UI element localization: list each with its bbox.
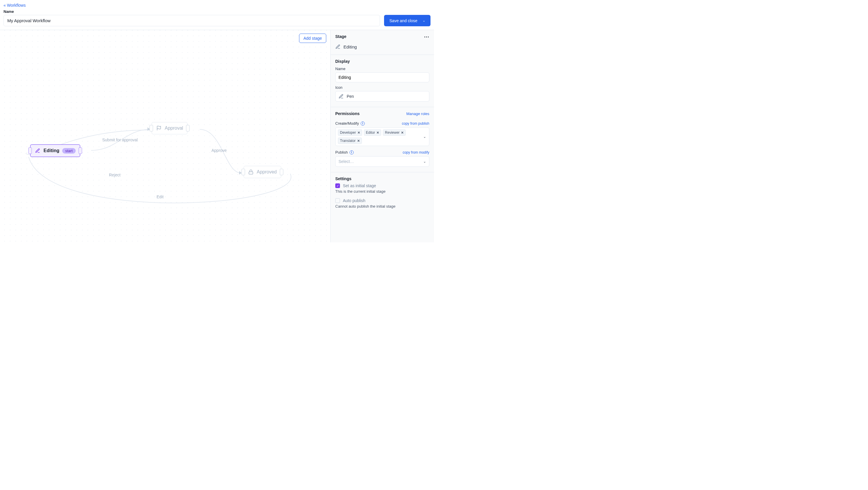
role-tag: Editor✕ — [364, 129, 381, 136]
stage-section-title: Stage — [335, 34, 357, 39]
edges-layer — [0, 30, 330, 242]
initial-stage-help: This is the current initial stage — [335, 189, 429, 193]
publish-label: Publish — [335, 150, 348, 154]
start-badge: start — [62, 148, 75, 154]
info-icon[interactable]: i — [361, 121, 365, 126]
chevron-down-icon: ⌄ — [423, 159, 426, 163]
node-handle-right[interactable] — [79, 148, 82, 154]
stage-properties-panel: Stage Editing ··· Display Name Icon — [330, 30, 434, 242]
pen-icon — [335, 44, 341, 49]
node-handle-left[interactable] — [28, 148, 32, 154]
save-and-close-button[interactable]: Save and close ⌄ — [384, 15, 431, 26]
stage-node-editing[interactable]: Editing start — [30, 144, 80, 157]
add-stage-button[interactable]: Add stage — [299, 34, 326, 43]
create-modify-label: Create/Modify — [335, 121, 359, 126]
create-modify-roles-select[interactable]: Developer✕ Editor✕ Reviewer✕ Translator✕… — [335, 127, 429, 146]
pen-icon — [35, 148, 40, 154]
copy-from-modify-link[interactable]: copy from modify — [403, 150, 429, 154]
chevron-down-icon[interactable]: ⌄ — [423, 134, 426, 139]
initial-stage-checkbox[interactable]: ✓ — [335, 183, 340, 188]
node-label: Approval — [165, 126, 183, 131]
node-label: Editing — [43, 148, 59, 153]
stage-node-approval[interactable]: Approval — [152, 122, 187, 134]
name-field-label: Name — [335, 67, 429, 71]
workflow-canvas[interactable]: Add stage Submit for approval Approve Re… — [0, 30, 330, 242]
role-tag: Reviewer✕ — [383, 129, 406, 136]
arrow-icon — [239, 171, 242, 175]
publish-placeholder: Select… — [339, 159, 354, 164]
remove-role-icon[interactable]: ✕ — [358, 131, 360, 134]
stage-current-name: Editing — [343, 44, 357, 49]
remove-role-icon[interactable]: ✕ — [401, 131, 404, 134]
flag-icon — [156, 125, 162, 131]
node-label: Approved — [257, 170, 277, 175]
node-handle-left[interactable] — [242, 169, 245, 175]
icon-field-label: Icon — [335, 85, 429, 90]
auto-publish-checkbox[interactable] — [335, 198, 340, 203]
role-tag: Developer✕ — [338, 129, 362, 136]
node-handle-left[interactable] — [150, 125, 153, 131]
initial-stage-label: Set as initial stage — [343, 183, 376, 188]
svg-rect-1 — [249, 172, 253, 174]
remove-role-icon[interactable]: ✕ — [357, 139, 360, 143]
publish-roles-select[interactable]: Select… ⌄ — [335, 156, 429, 167]
copy-from-publish-link[interactable]: copy from publish — [402, 121, 429, 126]
auto-publish-help: Cannot auto publish the initial stage — [335, 204, 429, 209]
pen-icon — [339, 94, 344, 99]
remove-role-icon[interactable]: ✕ — [376, 131, 379, 134]
node-handle-right[interactable] — [280, 169, 283, 175]
settings-section-title: Settings — [335, 176, 351, 181]
edge-label-approve: Approve — [210, 148, 228, 153]
auto-publish-label: Auto publish — [343, 198, 365, 203]
node-handle-right[interactable] — [186, 125, 190, 131]
name-label: Name — [3, 9, 431, 14]
stage-more-menu[interactable]: ··· — [424, 34, 429, 40]
stage-name-input[interactable] — [335, 72, 429, 82]
display-section-title: Display — [335, 59, 350, 64]
workflow-name-input[interactable] — [3, 15, 380, 26]
back-to-workflows-link[interactable]: « Workflows — [3, 3, 26, 8]
manage-roles-link[interactable]: Manage roles — [406, 112, 429, 116]
lock-icon — [248, 169, 254, 175]
save-button-label: Save and close — [389, 19, 417, 23]
icon-picker-value: Pen — [347, 94, 354, 99]
role-tag: Translator✕ — [338, 137, 362, 144]
permissions-section-title: Permissions — [335, 111, 360, 116]
info-icon[interactable]: i — [350, 150, 354, 154]
stage-node-approved[interactable]: Approved — [244, 166, 281, 178]
edge-label-submit: Submit for approval — [101, 137, 139, 142]
edge-label-edit: Edit — [155, 194, 165, 199]
chevron-down-icon: ⌄ — [423, 19, 425, 23]
icon-picker[interactable]: Pen — [335, 91, 429, 102]
edge-label-reject: Reject — [108, 173, 122, 177]
